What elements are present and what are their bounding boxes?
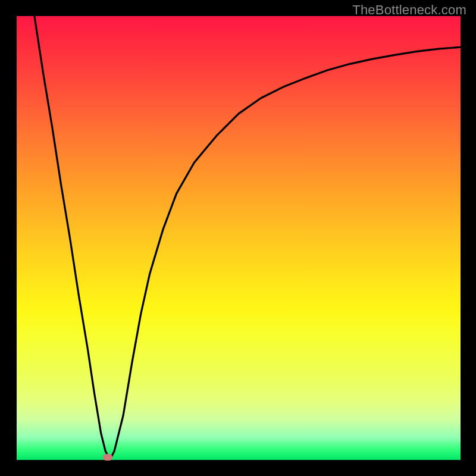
plot-area (17, 16, 461, 460)
bottleneck-curve (17, 16, 461, 460)
optimum-marker (103, 454, 112, 461)
chart-frame: TheBottleneck.com (0, 0, 476, 476)
watermark-text: TheBottleneck.com (352, 2, 466, 18)
